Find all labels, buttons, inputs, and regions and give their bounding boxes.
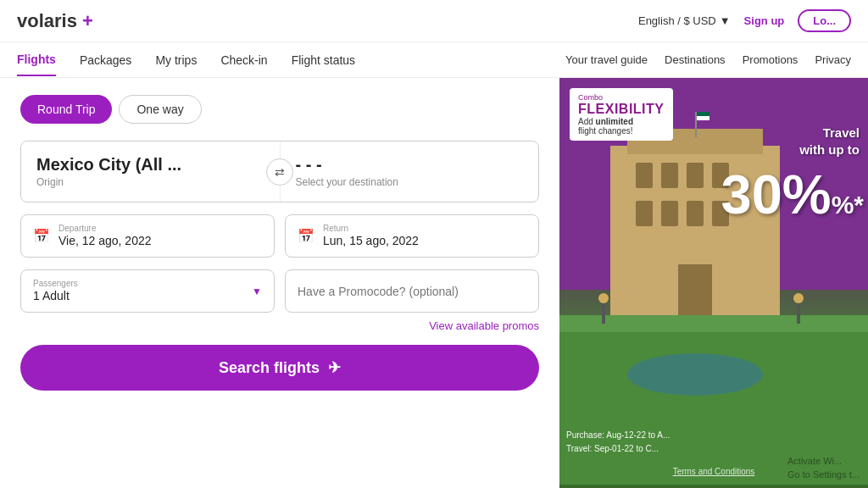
view-promos-link[interactable]: View available promos <box>429 319 539 332</box>
search-flights-button[interactable]: Search flights ✈ <box>20 345 539 391</box>
departure-field[interactable]: 📅 Departure Vie, 12 ago, 2022 <box>20 214 275 258</box>
view-promos-row: View available promos <box>20 318 539 333</box>
svg-rect-8 <box>661 201 678 226</box>
passengers-field[interactable]: Passengers 1 Adult ▼ <box>20 269 275 313</box>
nav-right: Your travel guide Destinations Promotion… <box>565 53 851 66</box>
svg-rect-17 <box>697 116 709 120</box>
with-up-to-label: with up to <box>799 142 860 157</box>
return-calendar-icon: 📅 <box>298 228 314 244</box>
promo-banner: Combo FLEXIBILITY Add unlimited flight c… <box>559 78 868 488</box>
nav-packages[interactable]: Packages <box>80 45 131 75</box>
svg-rect-4 <box>661 163 678 188</box>
terms-link[interactable]: Terms and Conditions <box>673 467 755 476</box>
nav-flights[interactable]: Flights <box>17 44 56 76</box>
svg-rect-13 <box>559 315 868 332</box>
swap-icon: ⇄ <box>275 165 285 179</box>
nav-privacy[interactable]: Privacy <box>815 53 851 66</box>
return-value: Lun, 15 ago, 2022 <box>323 234 419 247</box>
departure-calendar-icon: 📅 <box>33 228 50 244</box>
login-button[interactable]: Lo... <box>798 9 851 32</box>
header: volaris + English / $ USD ▼ Sign up Lo..… <box>0 0 868 42</box>
departure-content: Departure Vie, 12 ago, 2022 <box>58 224 152 248</box>
origin-destination-row: Mexico City (All ... Origin ⇄ - - - Sele… <box>20 141 539 202</box>
purchase-line2: Travel: Sep-01-22 to C... <box>566 442 670 456</box>
nav-my-trips[interactable]: My trips <box>155 45 197 75</box>
nav-destinations[interactable]: Destinations <box>665 53 726 66</box>
svg-rect-15 <box>695 112 697 137</box>
one-way-button[interactable]: One way <box>119 95 201 124</box>
language-label: English / $ USD <box>638 14 716 27</box>
win-line1: Activate Wi... <box>787 455 860 468</box>
return-content: Return Lun, 15 ago, 2022 <box>323 224 419 248</box>
windows-activation: Activate Wi... Go to Settings t... <box>787 455 860 481</box>
date-row: 📅 Departure Vie, 12 ago, 2022 📅 Return L… <box>20 214 539 258</box>
flex-combo-label: Combo <box>578 93 665 102</box>
svg-point-14 <box>627 353 763 396</box>
logo-area: volaris + <box>17 10 93 32</box>
flex-title-label: FLEXIBILITY <box>578 102 665 117</box>
nav-check-in[interactable]: Check-in <box>220 45 267 75</box>
travel-offer-text: Travel with up to <box>799 125 860 158</box>
svg-point-21 <box>793 293 804 303</box>
travel-label: Travel <box>823 125 860 140</box>
purchase-line1: Purchase: Aug-12-22 to A... <box>566 429 670 442</box>
logo-plus: + <box>82 10 93 32</box>
language-arrow-icon: ▼ <box>720 14 731 27</box>
search-panel: Round Trip One way Mexico City (All ... … <box>0 78 559 488</box>
search-flights-icon: ✈ <box>328 358 341 377</box>
svg-rect-7 <box>636 201 653 226</box>
win-line2: Go to Settings t... <box>787 469 860 481</box>
destination-field[interactable]: - - - Select your destination <box>281 141 539 202</box>
svg-rect-11 <box>678 264 712 315</box>
promo-code-input[interactable] <box>298 285 526 298</box>
departure-value: Vie, 12 ago, 2022 <box>58 234 152 247</box>
language-selector[interactable]: English / $ USD ▼ <box>638 14 731 27</box>
passengers-content: Passengers 1 Adult <box>33 279 78 303</box>
promo-code-field[interactable] <box>285 269 539 313</box>
svg-rect-3 <box>636 163 653 188</box>
search-flights-label: Search flights <box>219 359 320 377</box>
flexibility-badge: Combo FLEXIBILITY Add unlimited flight c… <box>570 88 673 141</box>
purchase-info: Purchase: Aug-12-22 to A... Travel: Sep-… <box>566 429 670 456</box>
destination-label: Select your destination <box>296 176 524 188</box>
passengers-promo-row: Passengers 1 Adult ▼ <box>20 269 539 313</box>
round-trip-button[interactable]: Round Trip <box>20 95 112 124</box>
nav-left: Flights Packages My trips Check-in Fligh… <box>17 44 355 76</box>
origin-label: Origin <box>36 176 264 188</box>
return-label: Return <box>323 224 419 233</box>
flex-changes-label: flight changes! <box>578 126 665 136</box>
nav-promotions[interactable]: Promotions <box>743 53 798 66</box>
origin-field[interactable]: Mexico City (All ... Origin <box>21 141 281 202</box>
return-field[interactable]: 📅 Return Lun, 15 ago, 2022 <box>285 214 539 258</box>
svg-rect-9 <box>687 201 704 226</box>
svg-point-19 <box>598 293 609 303</box>
flex-add-label: Add unlimited <box>578 117 665 126</box>
swap-button[interactable]: ⇄ <box>266 158 293 186</box>
nav-flight-status[interactable]: Flight status <box>292 45 355 75</box>
destination-value: - - - <box>296 155 322 174</box>
main-content: Round Trip One way Mexico City (All ... … <box>0 78 868 488</box>
signup-button[interactable]: Sign up <box>744 14 785 27</box>
origin-value: Mexico City (All ... <box>36 155 181 174</box>
nav-travel-guide[interactable]: Your travel guide <box>565 53 648 66</box>
passengers-arrow-icon: ▼ <box>252 286 262 297</box>
passengers-label: Passengers <box>33 279 78 288</box>
header-right: English / $ USD ▼ Sign up Lo... <box>638 9 851 32</box>
discount-amount: 30%%* <box>721 167 864 222</box>
passengers-value: 1 Adult <box>33 289 70 302</box>
svg-rect-5 <box>687 163 704 188</box>
logo-text: volaris <box>17 10 77 32</box>
main-nav: Flights Packages My trips Check-in Fligh… <box>0 42 868 78</box>
trip-type-selector: Round Trip One way <box>20 95 539 124</box>
departure-label: Departure <box>58 224 152 233</box>
